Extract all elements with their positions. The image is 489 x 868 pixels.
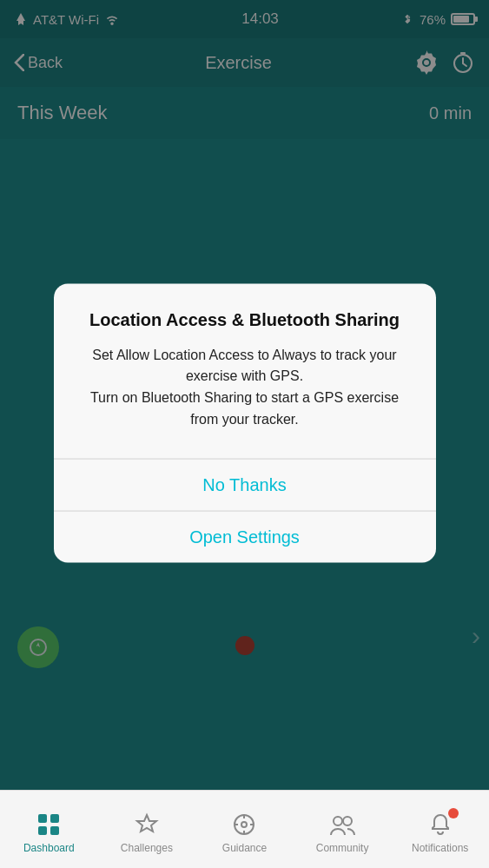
svg-point-19 <box>334 817 342 825</box>
tab-community-label: Community <box>316 842 369 854</box>
svg-point-20 <box>343 817 352 825</box>
tab-notifications-label: Notifications <box>412 842 468 854</box>
no-thanks-button[interactable]: No Thanks <box>54 459 436 510</box>
notification-badge <box>448 808 459 818</box>
tab-community[interactable]: Community <box>294 791 392 868</box>
svg-rect-11 <box>50 826 59 835</box>
tab-challenges-label: Challenges <box>121 842 173 854</box>
community-icon <box>329 812 355 838</box>
notifications-icon <box>427 812 453 838</box>
dialog-title: Location Access & Bluetooth Sharing <box>80 308 410 330</box>
svg-point-14 <box>241 822 247 827</box>
location-dialog: Location Access & Bluetooth Sharing Set … <box>54 283 436 562</box>
svg-rect-8 <box>38 814 47 823</box>
tab-challenges[interactable]: Challenges <box>98 791 196 868</box>
tab-guidance[interactable]: Guidance <box>195 791 294 868</box>
dialog-message: Set Allow Location Access to Always to t… <box>80 344 410 430</box>
tab-guidance-label: Guidance <box>222 842 267 854</box>
svg-rect-9 <box>50 814 59 823</box>
dashboard-icon <box>36 812 62 838</box>
tab-dashboard-label: Dashboard <box>23 842 75 854</box>
svg-rect-10 <box>38 826 47 835</box>
dialog-body: Location Access & Bluetooth Sharing Set … <box>54 283 436 458</box>
open-settings-button[interactable]: Open Settings <box>54 511 436 562</box>
challenges-icon <box>134 812 160 838</box>
guidance-icon <box>231 812 257 838</box>
tab-dashboard[interactable]: Dashboard <box>0 791 98 868</box>
tab-notifications[interactable]: Notifications <box>391 791 489 868</box>
tab-bar: Dashboard Challenges Guidance <box>0 790 489 868</box>
svg-marker-12 <box>137 815 156 832</box>
